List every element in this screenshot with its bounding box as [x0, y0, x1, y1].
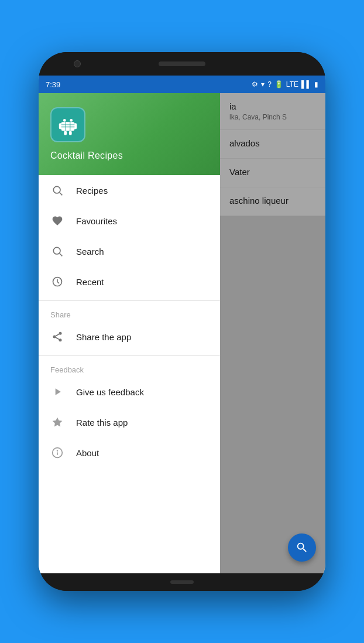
divider-feedback: [39, 355, 220, 356]
divider-share: [39, 300, 220, 301]
svg-rect-2: [61, 122, 75, 131]
svg-line-12: [60, 193, 63, 196]
status-icons: ⚙ ▾ ? 🔋 LTE ▌▌ ▮: [252, 80, 318, 88]
lte-label: LTE: [286, 80, 298, 88]
svg-point-0: [63, 119, 66, 122]
menu-item-recipes[interactable]: Recipes: [39, 175, 220, 206]
menu-item-share[interactable]: Share the app: [39, 321, 220, 352]
phone-device: 7:39 ⚙ ▾ ? 🔋 LTE ▌▌ ▮: [39, 52, 325, 591]
drawer-app-name: Cocktail Recipes: [50, 151, 208, 161]
menu-item-give-feedback[interactable]: Give us feedback: [39, 377, 220, 407]
svg-rect-4: [74, 123, 77, 129]
navigation-drawer: Cocktail Recipes Recipes: [39, 93, 220, 573]
app-logo: [50, 107, 85, 142]
home-button[interactable]: [170, 580, 194, 584]
drawer-header: Cocktail Recipes: [39, 93, 220, 175]
menu-item-about[interactable]: About: [39, 437, 220, 468]
settings-icon: ⚙: [252, 80, 258, 88]
drawer-menu: Recipes Favourites: [39, 175, 220, 573]
svg-point-18: [59, 338, 62, 341]
svg-line-19: [56, 337, 59, 339]
share-icon: [50, 330, 64, 344]
give-feedback-label: Give us feedback: [76, 387, 144, 397]
svg-point-11: [53, 186, 60, 193]
svg-line-20: [56, 334, 59, 336]
menu-item-search[interactable]: Search: [39, 236, 220, 266]
svg-rect-3: [59, 123, 62, 129]
wifi-icon: ▾: [261, 80, 265, 88]
share-app-label: Share the app: [76, 332, 131, 342]
recent-icon: [50, 275, 64, 289]
favourites-icon: [50, 214, 64, 228]
search-icon: [50, 244, 64, 258]
phone-screen: 7:39 ⚙ ▾ ? 🔋 LTE ▌▌ ▮: [39, 76, 325, 573]
battery-icon: ▮: [314, 80, 318, 88]
menu-item-rate-app[interactable]: Rate this app: [39, 407, 220, 437]
svg-point-13: [53, 247, 60, 254]
phone-camera: [74, 60, 81, 67]
search-fab[interactable]: [288, 533, 316, 562]
battery-charging-icon: 🔋: [274, 80, 283, 88]
rate-app-label: Rate this app: [76, 418, 128, 427]
background-content: ia lka, Cava, Pinch S alvados Vater asch…: [220, 93, 325, 573]
svg-point-17: [53, 336, 56, 338]
star-icon: [50, 415, 64, 429]
menu-item-recent[interactable]: Recent: [39, 266, 220, 297]
recipes-label: Recipes: [76, 186, 108, 196]
screen-content: Cocktail Recipes Recipes: [39, 93, 325, 573]
share-section-label: Share: [39, 305, 220, 321]
menu-item-favourites[interactable]: Favourites: [39, 206, 220, 236]
status-time: 7:39: [46, 80, 60, 89]
play-icon: [50, 385, 64, 399]
about-label: About: [76, 448, 99, 458]
signal-icon: ?: [267, 80, 272, 88]
phone-speaker: [159, 61, 205, 66]
status-bar: 7:39 ⚙ ▾ ? 🔋 LTE ▌▌ ▮: [39, 76, 325, 93]
info-icon: [50, 446, 64, 460]
phone-bottom-bar: [39, 573, 325, 591]
svg-point-1: [70, 119, 73, 122]
feedback-section-label: Feedback: [39, 360, 220, 377]
svg-rect-6: [69, 131, 72, 135]
search-label: Search: [76, 247, 104, 256]
phone-top-bar: [39, 52, 325, 76]
favourites-label: Favourites: [76, 216, 117, 226]
svg-point-16: [59, 332, 62, 335]
recipes-icon: [50, 183, 64, 197]
signal-bars-icon: ▌▌: [301, 80, 311, 88]
svg-rect-5: [64, 131, 67, 135]
scrim-overlay: [220, 93, 325, 573]
recent-label: Recent: [76, 277, 104, 287]
svg-line-14: [60, 254, 63, 256]
